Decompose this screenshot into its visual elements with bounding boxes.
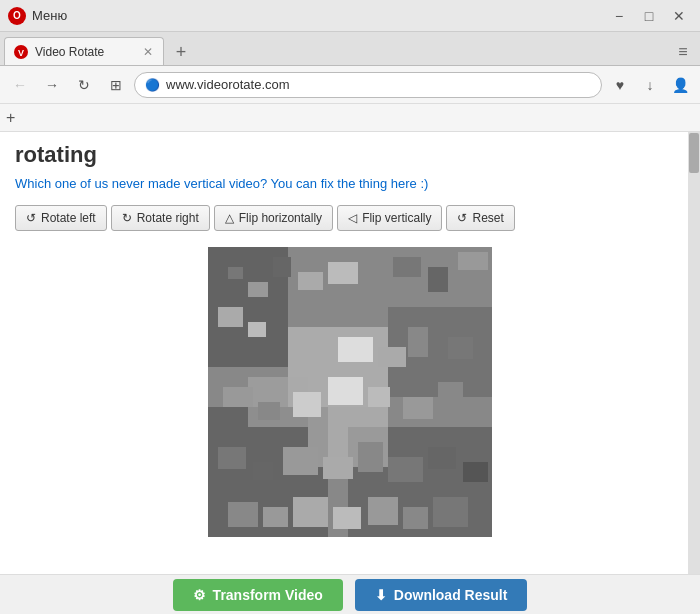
svg-rect-15: [363, 277, 385, 293]
content-area: rotating Which one of us never made vert…: [0, 132, 700, 614]
svg-rect-39: [463, 462, 488, 482]
transform-label: Transform Video: [213, 587, 323, 603]
svg-rect-45: [403, 507, 428, 529]
flip-vertical-button[interactable]: ◁ Flip vertically: [337, 205, 442, 231]
svg-rect-19: [218, 307, 243, 327]
video-preview-container: [15, 247, 685, 537]
rotate-left-icon: ↺: [26, 211, 36, 225]
rotate-right-label: Rotate right: [137, 211, 199, 225]
download-icon: ⬇: [375, 587, 387, 603]
svg-text:V: V: [18, 48, 24, 58]
extra-toolbar: +: [0, 104, 700, 132]
subtitle-text: Which one of us never made vertical vide…: [15, 176, 685, 191]
lock-icon: 🔵: [145, 78, 160, 92]
forward-button[interactable]: →: [38, 71, 66, 99]
action-buttons: ↺ Rotate left ↻ Rotate right △ Flip hori…: [15, 205, 685, 231]
nav-bar: ← → ↻ ⊞ 🔵 ♥ ↓ 👤: [0, 66, 700, 104]
svg-rect-32: [218, 447, 246, 469]
close-button[interactable]: ✕: [666, 6, 692, 26]
rotate-right-icon: ↻: [122, 211, 132, 225]
svg-rect-33: [253, 462, 273, 480]
reset-label: Reset: [472, 211, 503, 225]
gear-icon: ⚙: [193, 587, 206, 603]
svg-rect-25: [223, 387, 253, 407]
svg-rect-44: [368, 497, 398, 525]
tab-favicon: V: [13, 44, 29, 60]
svg-rect-11: [248, 282, 268, 297]
reload-button[interactable]: ↻: [70, 71, 98, 99]
scrollbar[interactable]: [688, 132, 700, 614]
content-inner: rotating Which one of us never made vert…: [0, 132, 700, 592]
flip-horiz-icon: △: [225, 211, 234, 225]
tabs-button[interactable]: ⊞: [102, 71, 130, 99]
title-bar-controls: − □ ✕: [606, 6, 692, 26]
svg-rect-16: [393, 257, 421, 277]
opera-logo: O: [8, 7, 26, 25]
back-button[interactable]: ←: [6, 71, 34, 99]
svg-rect-43: [333, 507, 361, 529]
menu-label[interactable]: Меню: [32, 8, 67, 23]
bookmark-button[interactable]: ♥: [606, 71, 634, 99]
page-title: rotating: [15, 142, 685, 168]
rotate-left-label: Rotate left: [41, 211, 96, 225]
flip-horizontal-label: Flip horizontally: [239, 211, 322, 225]
rotate-left-button[interactable]: ↺ Rotate left: [15, 205, 107, 231]
svg-rect-23: [408, 327, 428, 357]
minimize-button[interactable]: −: [606, 6, 632, 26]
svg-rect-22: [378, 347, 406, 367]
svg-rect-27: [293, 392, 321, 417]
svg-rect-46: [433, 497, 468, 527]
svg-rect-17: [428, 267, 448, 292]
svg-rect-24: [448, 337, 473, 359]
flip-vertical-label: Flip vertically: [362, 211, 431, 225]
tab-menu-button[interactable]: ≡: [670, 39, 696, 65]
new-tab-button[interactable]: +: [168, 39, 194, 65]
download-result-button[interactable]: ⬇ Download Result: [355, 579, 528, 611]
svg-rect-20: [248, 322, 266, 337]
add-button[interactable]: +: [6, 109, 15, 127]
svg-rect-10: [228, 267, 243, 279]
svg-rect-12: [273, 257, 291, 277]
svg-rect-29: [368, 387, 390, 407]
svg-rect-38: [428, 447, 456, 469]
svg-rect-18: [458, 252, 488, 270]
flip-vert-icon: ◁: [348, 211, 357, 225]
svg-rect-37: [388, 457, 423, 482]
svg-rect-31: [438, 382, 463, 412]
transform-video-button[interactable]: ⚙ Transform Video: [173, 579, 343, 611]
scrollbar-thumb[interactable]: [689, 133, 699, 173]
nav-right-buttons: ♥ ↓ 👤: [606, 71, 694, 99]
svg-rect-14: [328, 262, 358, 284]
svg-rect-40: [228, 502, 258, 527]
reset-button[interactable]: ↺ Reset: [446, 205, 514, 231]
rotate-right-button[interactable]: ↻ Rotate right: [111, 205, 210, 231]
download-label: Download Result: [394, 587, 508, 603]
title-bar-left: O Меню: [8, 7, 67, 25]
video-thumbnail: [208, 247, 492, 537]
video-preview: [208, 247, 492, 537]
bottom-action-bar: ⚙ Transform Video ⬇ Download Result: [0, 574, 700, 614]
svg-rect-28: [328, 377, 363, 405]
svg-rect-41: [263, 507, 288, 527]
tab-label: Video Rotate: [35, 45, 135, 59]
download-button[interactable]: ↓: [636, 71, 664, 99]
svg-rect-35: [323, 457, 353, 479]
reset-icon: ↺: [457, 211, 467, 225]
tab-close-icon[interactable]: ✕: [141, 43, 155, 61]
svg-rect-36: [358, 442, 383, 472]
flip-horizontal-button[interactable]: △ Flip horizontally: [214, 205, 333, 231]
address-input[interactable]: [166, 77, 591, 92]
browser-tab[interactable]: V Video Rotate ✕: [4, 37, 164, 65]
svg-rect-26: [258, 402, 280, 420]
svg-rect-34: [283, 447, 318, 475]
address-bar[interactable]: 🔵: [134, 72, 602, 98]
title-bar: O Меню − □ ✕: [0, 0, 700, 32]
svg-rect-30: [403, 397, 433, 419]
svg-rect-21: [338, 337, 373, 362]
tab-bar: V Video Rotate ✕ + ≡: [0, 32, 700, 66]
maximize-button[interactable]: □: [636, 6, 662, 26]
svg-rect-13: [298, 272, 323, 290]
svg-rect-42: [293, 497, 328, 527]
profile-button[interactable]: 👤: [666, 71, 694, 99]
